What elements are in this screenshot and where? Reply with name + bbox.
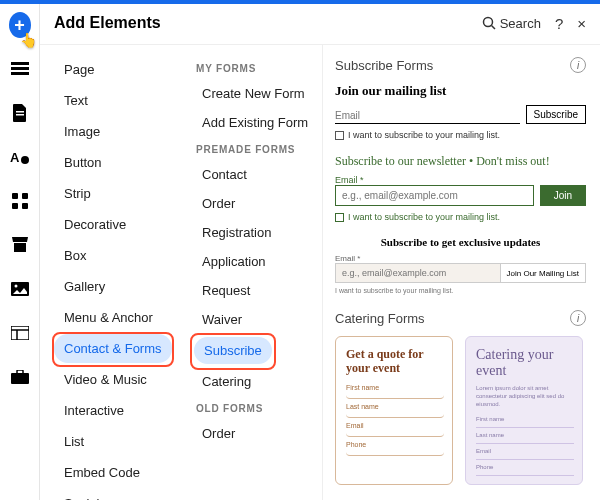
group-label: PREMADE FORMS — [196, 144, 316, 155]
subcategory-item[interactable]: Request — [192, 277, 316, 304]
email-field — [335, 185, 534, 206]
preview-section-title: Subscribe Forms — [335, 58, 570, 73]
subcategory-item[interactable]: Subscribe — [194, 337, 272, 364]
svg-text:A: A — [10, 150, 20, 165]
card-heading: Get a quote for your event — [346, 347, 444, 376]
category-item[interactable]: Decorative — [54, 210, 174, 239]
category-item[interactable]: Image — [54, 117, 174, 146]
svg-point-13 — [14, 285, 17, 288]
search-button[interactable]: Search — [482, 16, 541, 31]
svg-rect-4 — [16, 114, 24, 116]
email-field — [335, 263, 501, 283]
svg-rect-10 — [22, 203, 28, 209]
field-label: First name — [346, 384, 444, 391]
catering-form-preview-1[interactable]: Get a quote for your event First nameLas… — [335, 336, 453, 485]
subcategory-list: MY FORMSCreate New FormAdd Existing Form… — [180, 45, 322, 500]
subcategory-item[interactable]: Create New Form — [192, 80, 316, 107]
join-button: Join — [540, 185, 586, 206]
category-item[interactable]: List — [54, 427, 174, 456]
subcategory-item[interactable]: Contact — [192, 161, 316, 188]
add-elements-button[interactable]: +👆 — [9, 14, 31, 36]
field-label: Email — [346, 422, 444, 429]
svg-line-20 — [491, 26, 495, 30]
checkbox-icon — [335, 213, 344, 222]
checkbox-icon — [335, 131, 344, 140]
subcategory-item[interactable]: Order — [192, 190, 316, 217]
help-button[interactable]: ? — [555, 15, 563, 32]
field-line — [346, 410, 444, 418]
category-item[interactable]: Social — [54, 489, 174, 500]
join-button: Join Our Mailing List — [501, 263, 586, 283]
category-list: PageTextImageButtonStripDecorativeBoxGal… — [40, 45, 180, 500]
layout-icon[interactable] — [9, 58, 31, 80]
subcategory-item[interactable]: Waiver — [192, 306, 316, 333]
svg-rect-18 — [17, 370, 23, 374]
subcategory-item[interactable]: Add Existing Form — [192, 109, 316, 136]
field-label: Last name — [346, 403, 444, 410]
subcategory-item[interactable]: Order — [192, 420, 316, 447]
svg-rect-9 — [12, 203, 18, 209]
subscribe-form-preview-2[interactable]: Subscribe to our newsletter • Don't miss… — [335, 154, 586, 222]
apps-icon[interactable] — [9, 190, 31, 212]
category-item[interactable]: Button — [54, 148, 174, 177]
subscribe-form-preview-1[interactable]: Join our mailing list Subscribe I want t… — [335, 83, 586, 140]
group-label: MY FORMS — [196, 63, 316, 74]
media-icon[interactable] — [9, 278, 31, 300]
category-item[interactable]: Box — [54, 241, 174, 270]
field-line — [346, 429, 444, 437]
subscribe-form-preview-3[interactable]: Subscribe to get exclusive updates Email… — [335, 236, 586, 294]
subscribe-button: Subscribe — [526, 105, 586, 124]
svg-rect-2 — [11, 72, 29, 75]
category-item[interactable]: Interactive — [54, 396, 174, 425]
svg-rect-3 — [16, 111, 24, 113]
store-icon[interactable] — [9, 234, 31, 256]
close-button[interactable]: × — [577, 15, 586, 32]
category-item[interactable]: Strip — [54, 179, 174, 208]
category-item[interactable]: Embed Code — [54, 458, 174, 487]
form-small-text: I want to subscribe to your mailing list… — [335, 287, 586, 294]
email-label: Email * — [335, 175, 586, 185]
category-item[interactable]: Text — [54, 86, 174, 115]
field-label: Phone — [346, 441, 444, 448]
field-line — [476, 470, 574, 476]
form-heading: Subscribe to get exclusive updates — [335, 236, 586, 248]
subcategory-item[interactable]: Application — [192, 248, 316, 275]
category-item[interactable]: Contact & Forms — [54, 334, 172, 363]
panel-title: Add Elements — [54, 14, 482, 32]
category-item[interactable]: Page — [54, 55, 174, 84]
cursor-icon: 👆 — [20, 32, 37, 48]
form-heading: Subscribe to our newsletter • Don't miss… — [335, 154, 586, 169]
card-heading: Catering your event — [476, 347, 574, 379]
category-item[interactable]: Gallery — [54, 272, 174, 301]
card-subtext: Lorem ipsum dolor sit amet consectetur a… — [476, 385, 574, 408]
group-label: OLD FORMS — [196, 403, 316, 414]
text-style-icon[interactable]: A — [9, 146, 31, 168]
info-icon[interactable]: i — [570, 57, 586, 73]
briefcase-icon[interactable] — [9, 366, 31, 388]
catering-form-preview-2[interactable]: Catering your event Lorem ipsum dolor si… — [465, 336, 583, 485]
preview-section-title: Catering Forms — [335, 311, 570, 326]
field-line — [346, 448, 444, 456]
svg-rect-14 — [11, 326, 29, 340]
form-heading: Join our mailing list — [335, 83, 586, 99]
svg-point-6 — [21, 156, 29, 164]
svg-rect-8 — [22, 193, 28, 199]
page-icon[interactable] — [9, 102, 31, 124]
svg-rect-0 — [11, 62, 29, 65]
category-item[interactable]: Video & Music — [54, 365, 174, 394]
field-line — [346, 391, 444, 399]
info-icon[interactable]: i — [570, 310, 586, 326]
svg-rect-7 — [12, 193, 18, 199]
svg-point-19 — [483, 18, 492, 27]
field-line — [476, 438, 574, 444]
category-item[interactable]: Menu & Anchor — [54, 303, 174, 332]
left-icon-rail: +👆 A — [0, 4, 40, 500]
svg-rect-11 — [14, 243, 26, 252]
search-icon — [482, 16, 496, 30]
subcategory-item[interactable]: Catering — [192, 368, 316, 395]
table-icon[interactable] — [9, 322, 31, 344]
subcategory-item[interactable]: Registration — [192, 219, 316, 246]
email-label: Email * — [335, 254, 586, 263]
field-line — [476, 454, 574, 460]
email-field — [335, 108, 520, 124]
